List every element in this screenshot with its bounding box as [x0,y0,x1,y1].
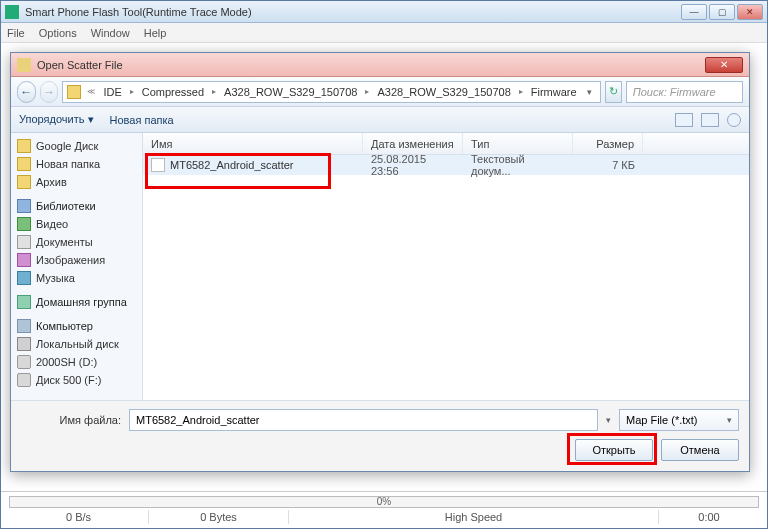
refresh-button[interactable]: ↻ [605,81,622,103]
breadcrumb-item[interactable]: Compressed [136,82,210,102]
status-mode: High Speed [289,510,659,524]
status-time: 0:00 [659,510,759,524]
search-input[interactable]: Поиск: Firmware [626,81,743,103]
file-name: MT6582_Android_scatter [170,159,294,171]
sidebar-item-drive-d[interactable]: 2000SH (D:) [11,353,142,371]
menu-file[interactable]: File [7,27,25,39]
progress-percent: 0% [377,496,391,507]
folder-icon [17,58,31,72]
menu-help[interactable]: Help [144,27,167,39]
minimize-button[interactable]: — [681,4,707,20]
help-button[interactable] [727,113,741,127]
breadcrumb-item[interactable]: A328_ROW_S329_150708 [371,82,516,102]
maximize-button[interactable]: ▢ [709,4,735,20]
status-speed: 0 B/s [9,510,149,524]
sidebar-item-archive[interactable]: Архив [11,173,142,191]
folder-icon [67,85,81,99]
main-titlebar: Smart Phone Flash Tool(Runtime Trace Mod… [1,1,767,23]
status-bytes: 0 Bytes [149,510,289,524]
sidebar-item-local-disk[interactable]: Локальный диск [11,335,142,353]
breadcrumb-item[interactable]: IDE [97,82,127,102]
file-filter-dropdown[interactable]: Map File (*.txt)▾ [619,409,739,431]
col-type[interactable]: Тип [463,133,573,154]
text-file-icon [151,158,165,172]
address-bar[interactable]: ≪ IDE▸ Compressed▸ A328_ROW_S329_150708▸… [62,81,600,103]
preview-pane-button[interactable] [701,113,719,127]
open-button[interactable]: Открыть [575,439,653,461]
app-title: Smart Phone Flash Tool(Runtime Trace Mod… [25,6,681,18]
sidebar-homegroup[interactable]: Домашняя группа [11,293,142,311]
sidebar-item-music[interactable]: Музыка [11,269,142,287]
new-folder-button[interactable]: Новая папка [110,114,174,126]
menubar: File Options Window Help [1,23,767,43]
menu-window[interactable]: Window [91,27,130,39]
sidebar-computer[interactable]: Компьютер [11,317,142,335]
close-button[interactable]: ✕ [737,4,763,20]
file-date: 25.08.2015 23:56 [363,153,463,177]
sidebar-item-google-disk[interactable]: Google Диск [11,137,142,155]
open-file-dialog: Open Scatter File ✕ ← → ≪ IDE▸ Compresse… [10,52,750,472]
sidebar-item-documents[interactable]: Документы [11,233,142,251]
sidebar-libraries[interactable]: Библиотеки [11,197,142,215]
breadcrumb-item[interactable]: A328_ROW_S329_150708 [218,82,363,102]
col-size[interactable]: Размер [573,133,643,154]
filename-label: Имя файла: [21,414,121,426]
sidebar-item-new-folder[interactable]: Новая папка [11,155,142,173]
menu-options[interactable]: Options [39,27,77,39]
progress-bar: 0% [9,496,759,508]
sidebar-item-video[interactable]: Видео [11,215,142,233]
file-size: 7 КБ [573,159,643,171]
sidebar-item-drive-f[interactable]: Диск 500 (F:) [11,371,142,389]
list-header: Имя Дата изменения Тип Размер [143,133,749,155]
app-icon [5,5,19,19]
col-name[interactable]: Имя [143,133,363,154]
dialog-title: Open Scatter File [37,59,705,71]
sidebar: Google Диск Новая папка Архив Библиотеки… [11,133,143,400]
filename-input[interactable] [129,409,598,431]
file-list[interactable]: MT6582_Android_scatter 25.08.2015 23:56 … [143,155,749,400]
cancel-button[interactable]: Отмена [661,439,739,461]
sidebar-item-images[interactable]: Изображения [11,251,142,269]
file-type: Текстовый докум... [463,153,573,177]
file-row[interactable]: MT6582_Android_scatter 25.08.2015 23:56 … [143,155,749,175]
nav-back-button[interactable]: ← [17,81,36,103]
col-date[interactable]: Дата изменения [363,133,463,154]
organize-menu[interactable]: Упорядочить ▾ [19,113,94,126]
nav-forward-button[interactable]: → [40,81,59,103]
breadcrumb-item[interactable]: Firmware [525,82,583,102]
view-button[interactable] [675,113,693,127]
dialog-close-button[interactable]: ✕ [705,57,743,73]
status-row: 0 B/s 0 Bytes High Speed 0:00 [9,510,759,524]
